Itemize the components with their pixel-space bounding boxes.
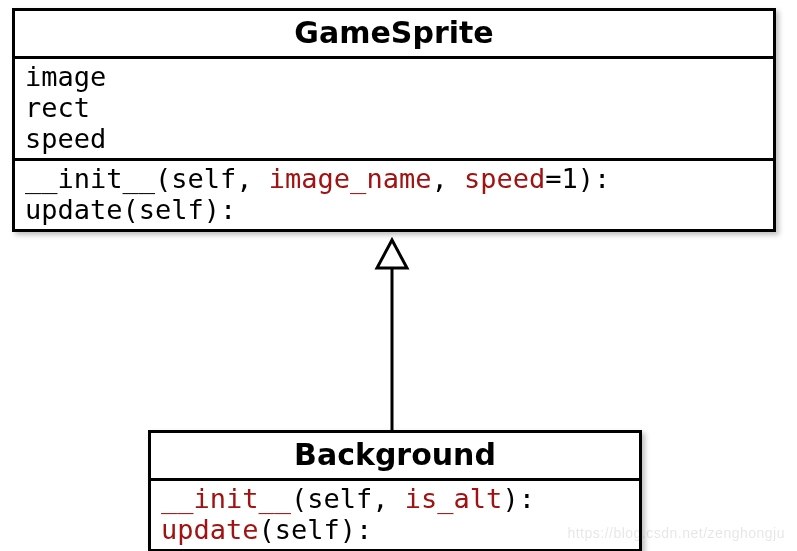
class-box-gamesprite: GameSprite image rect speed __init__(sel… bbox=[12, 8, 776, 232]
class-title: GameSprite bbox=[15, 11, 773, 59]
methods-section: __init__(self, is_alt): update(self): bbox=[151, 481, 639, 549]
methods-section: __init__(self, image_name, speed=1): upd… bbox=[15, 158, 773, 229]
method-name: update bbox=[161, 514, 259, 545]
method: update(self): bbox=[25, 194, 763, 225]
method: __init__(self, image_name, speed=1): bbox=[25, 163, 763, 194]
svg-marker-1 bbox=[377, 240, 407, 268]
class-title: Background bbox=[151, 433, 639, 481]
method: update(self): bbox=[161, 514, 629, 545]
parameter: is_alt bbox=[405, 483, 503, 514]
method: __init__(self, is_alt): bbox=[161, 483, 629, 514]
attribute: image bbox=[25, 61, 763, 92]
attributes-section: image rect speed bbox=[15, 59, 773, 158]
parameter: speed bbox=[464, 163, 545, 194]
parameter: image_name bbox=[269, 163, 432, 194]
attribute: rect bbox=[25, 92, 763, 123]
watermark: https://blog.csdn.net/zenghongju bbox=[567, 525, 785, 541]
method-name: __init__ bbox=[161, 483, 291, 514]
attribute: speed bbox=[25, 123, 763, 154]
method-name: update bbox=[25, 194, 123, 225]
method-name: __init__ bbox=[25, 163, 155, 194]
